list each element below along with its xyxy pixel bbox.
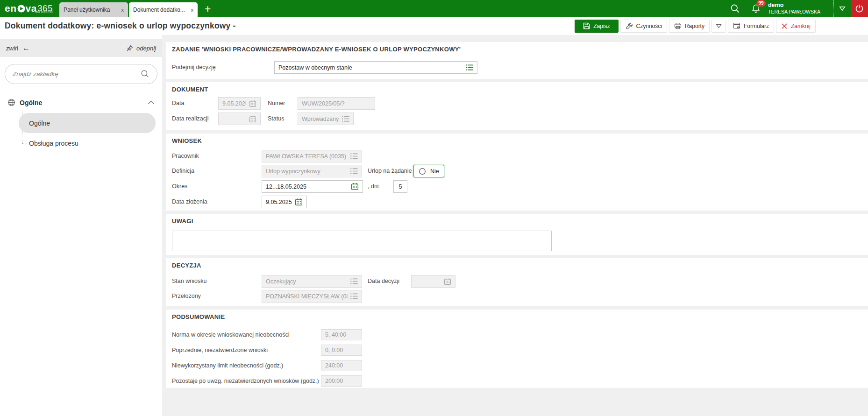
tab-dokument-dodatkowy[interactable]: Dokument dodatko... x	[129, 2, 198, 17]
summary-label: Norma w okresie wnioskowanej nieobecnośc…	[172, 329, 290, 341]
calendar-icon[interactable]	[295, 198, 303, 206]
section-dokument: DOKUMENT Data 9.05.2025 Numer WUW/2025/0…	[166, 82, 868, 130]
notification-badge: 99	[756, 0, 766, 7]
user-name: demo	[768, 2, 820, 9]
sidebar-header: zwiń ← odepnij	[0, 39, 162, 57]
tab-strip: Panel użytkownika x Dokument dodatko... …	[59, 2, 217, 17]
urlop-na-zadanie-toggle[interactable]: Nie	[413, 165, 444, 177]
okres-date-range-field[interactable]: 12...18.05.2025	[262, 180, 363, 193]
section-podsumowanie: PODSUMOWANIE Norma w okresie wnioskowane…	[166, 310, 868, 388]
close-button[interactable]: Zamknij	[776, 20, 816, 33]
reports-dropdown-button[interactable]	[711, 20, 726, 33]
save-button[interactable]: Zapisz	[575, 20, 618, 33]
field-label-data-decyzji: Data decyzji	[368, 275, 399, 288]
dni-input[interactable]: 5	[393, 180, 407, 193]
data-date-field: 9.05.2025	[218, 97, 261, 110]
tab-label: Panel użytkownika	[64, 7, 110, 13]
data-decyzji-date-field	[411, 275, 455, 288]
sidebar-item-obsluga-procesu[interactable]: Obsługa procesu	[19, 136, 156, 150]
toolbar: Zapisz Czynności Raporty Formularz Zamkn…	[575, 20, 816, 33]
dropdown-triangle-icon	[716, 24, 722, 28]
tab-close-icon[interactable]: x	[187, 7, 194, 13]
summary-label: Poprzednie, niezatwierdzone wnioski	[172, 344, 268, 357]
section-header-uwagi: UWAGI	[172, 218, 193, 225]
topbar: en va 365 dla biznesu Panel użytkownika …	[0, 0, 868, 17]
calendar-icon	[249, 100, 256, 107]
tree-group-label: Ogólne	[20, 99, 42, 106]
section-header-wniosek: WNIOSEK	[172, 137, 202, 144]
przelozony-field: POZNAŃSKI MIECZYSŁAW (0013)	[262, 290, 362, 303]
power-icon	[855, 4, 864, 13]
list-icon	[350, 293, 358, 299]
radio-circle-icon	[419, 168, 426, 175]
data-realizacji-date-field	[218, 113, 261, 125]
field-label-dni: , dni	[368, 180, 379, 193]
bookmark-search-box	[5, 64, 157, 84]
title-bar: Dokument dodatkowy: e-wniosek o urlop wy…	[0, 17, 868, 35]
section-header-podsumowanie: PODSUMOWANIE	[172, 313, 225, 320]
status-field: Wprowadzany	[298, 113, 354, 125]
user-full-name: TERESA PAWŁOWSKA	[768, 9, 820, 15]
field-label-data: Data	[172, 97, 184, 110]
search-input[interactable]	[13, 71, 141, 78]
summary-label: Niewykorzystany limit nieobecności (godz…	[172, 360, 283, 372]
save-icon	[583, 22, 590, 29]
summary-value-field: 5, 40:00	[321, 329, 362, 340]
sidebar-item-label: Ogólne	[29, 120, 50, 127]
logout-button[interactable]	[851, 0, 868, 17]
section-wniosek: WNIOSEK Pracownik PAWŁOWSKA TERESA (0035…	[166, 134, 868, 211]
unpin-button[interactable]: odepnij	[126, 45, 156, 52]
calendar-icon[interactable]	[351, 183, 359, 190]
field-label-definicja: Definicja	[172, 165, 194, 177]
calendar-icon	[444, 278, 451, 285]
main-content: ZADANIE 'WNIOSKI PRACOWNICZE/WPROWADZANY…	[166, 35, 868, 416]
pracownik-field: PAWŁOWSKA TERESA (0035)	[262, 150, 362, 162]
chevron-up-icon	[148, 100, 155, 105]
tree-group-ogolne[interactable]: Ogólne	[7, 99, 155, 106]
field-label-urlop-na-zadanie: Urlop na żądanie	[368, 165, 412, 177]
form-icon	[733, 22, 740, 29]
uwagi-textarea[interactable]	[172, 231, 552, 251]
logo-play-icon	[17, 5, 25, 13]
actions-button[interactable]: Czynności	[620, 20, 667, 33]
logo-tagline: dla biznesu	[36, 10, 53, 14]
collapse-sidebar-button[interactable]: zwiń ←	[6, 44, 30, 52]
user-menu[interactable]: demo TERESA PAWŁOWSKA	[768, 2, 820, 15]
list-icon	[350, 153, 358, 159]
data-zlozenia-date-field[interactable]: 9.05.2025	[262, 196, 307, 208]
section-decyzja: DECYZJA Stan wniosku Oczekujący Data dec…	[166, 258, 868, 306]
tab-panel-uzytkownika[interactable]: Panel użytkownika x	[59, 2, 128, 17]
search-icon[interactable]	[730, 4, 740, 14]
sidebar-item-label: Obsługa procesu	[29, 140, 78, 147]
podejmij-decyzje-select[interactable]: Pozostaw w obecnym stanie	[274, 61, 477, 74]
list-icon[interactable]	[466, 64, 473, 71]
form-button[interactable]: Formularz	[728, 20, 774, 33]
new-tab-button[interactable]: +	[199, 2, 217, 17]
field-label-przelozony: Przełożony	[172, 290, 201, 303]
summary-value-field: 0, 0:00	[321, 345, 362, 356]
tab-label: Dokument dodatko...	[133, 7, 185, 13]
list-icon	[350, 278, 358, 284]
list-icon	[350, 168, 358, 174]
page-title: Dokument dodatkowy: e-wniosek o urlop wy…	[5, 21, 236, 31]
tab-close-icon[interactable]: x	[118, 7, 124, 13]
printer-icon	[674, 22, 682, 29]
list-icon	[342, 116, 349, 122]
enova365-logo: en va 365 dla biznesu	[0, 3, 59, 14]
stan-wniosku-field: Oczekujący	[262, 275, 362, 288]
chevron-down-icon[interactable]	[833, 0, 851, 17]
notifications-button[interactable]: 99	[751, 4, 761, 14]
search-icon	[141, 70, 149, 78]
field-label-stan-wniosku: Stan wniosku	[172, 275, 206, 288]
section-uwagi: UWAGI	[166, 214, 868, 255]
reports-button[interactable]: Raporty	[669, 20, 710, 33]
sidebar-item-ogolne[interactable]: Ogólne	[19, 113, 156, 133]
field-label-data-zlozenia: Data złożenia	[172, 196, 207, 208]
collapse-label: zwiń	[6, 45, 18, 52]
definicja-field: Urlop wypoczynkowy	[262, 165, 362, 177]
field-label-podejmij-decyzje: Podejmij decyzję	[172, 61, 216, 74]
topbar-right: 99 demo TERESA PAWŁOWSKA	[730, 0, 868, 17]
globe-icon	[7, 99, 15, 106]
wrench-icon	[626, 22, 633, 30]
field-label-okres: Okres	[172, 180, 187, 193]
